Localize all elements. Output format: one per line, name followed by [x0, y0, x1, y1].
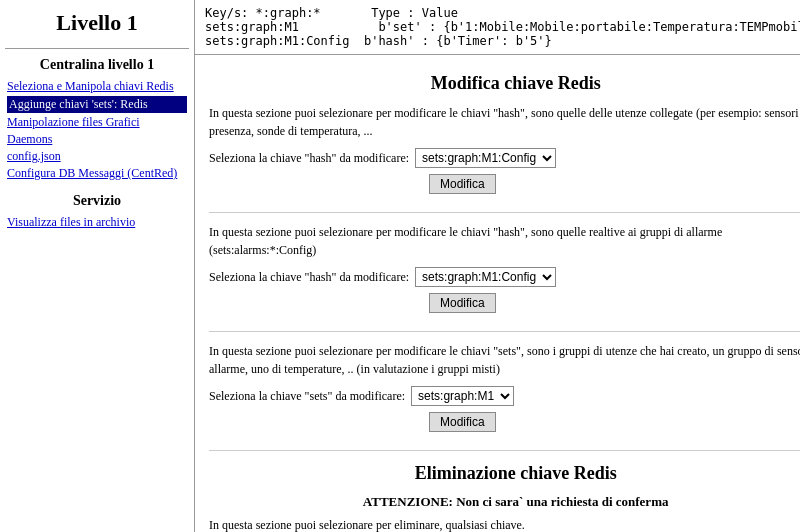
sidebar-divider1 — [5, 48, 189, 49]
sidebar-link-daemons[interactable]: Daemons — [7, 132, 187, 147]
sep3 — [209, 450, 800, 451]
sep1 — [209, 212, 800, 213]
main-sections: Modifica chiave Redis In questa sezione … — [195, 55, 800, 532]
desc3: In questa sezione puoi selezionare per m… — [209, 342, 800, 378]
modifica-btn3[interactable]: Modifica — [429, 412, 496, 432]
sidebar-link-manip-files[interactable]: Manipolazione files Grafici — [7, 115, 187, 130]
section-modifica-hash2: In questa sezione puoi selezionare per m… — [209, 223, 800, 313]
field-row2: Seleziona la chiave "hash" da modificare… — [209, 267, 800, 287]
key-line2: sets:graph:M1 b'set' : {b'1:Mobile:Mobil… — [205, 20, 800, 34]
btn-row2: Modifica — [209, 293, 800, 313]
desc2: In questa sezione puoi selezionare per m… — [209, 223, 800, 259]
label2: Seleziona la chiave "hash" da modificare… — [209, 270, 409, 285]
desc1: In questa sezione puoi selezionare per m… — [209, 104, 800, 140]
warning-text: ATTENZIONE: Non ci sara` una richiesta d… — [209, 494, 800, 510]
label1: Seleziona la chiave "hash" da modificare… — [209, 151, 409, 166]
service-link-visualizza-files[interactable]: Visualizza files in archivio — [7, 215, 187, 230]
service-links: Visualizza files in archivio — [5, 215, 189, 230]
section-modifica-hash1: Modifica chiave Redis In questa sezione … — [209, 73, 800, 194]
sidebar-section1-title: Centralina livello 1 — [5, 57, 189, 73]
section-title1: Modifica chiave Redis — [209, 73, 800, 94]
section-eliminazione: Eliminazione chiave Redis ATTENZIONE: No… — [209, 463, 800, 532]
sidebar-link-aggiunge-sets[interactable]: Aggiunge chiavi 'sets': Redis — [7, 96, 187, 113]
select-hash1[interactable]: sets:graph:M1:Config — [415, 148, 556, 168]
sidebar-links: Seleziona e Manipola chiavi RedisAggiung… — [5, 79, 189, 181]
field-row1: Seleziona la chiave "hash" da modificare… — [209, 148, 800, 168]
select-sets[interactable]: sets:graph:M1 — [411, 386, 514, 406]
key-line1: Key/s: *:graph:* Type : Value — [205, 6, 800, 20]
main-content: Key/s: *:graph:* Type : Value sets:graph… — [195, 0, 800, 532]
section-title2: Eliminazione chiave Redis — [209, 463, 800, 484]
sep2 — [209, 331, 800, 332]
field-row3: Seleziona la chiave "sets" da modificare… — [209, 386, 800, 406]
label3: Seleziona la chiave "sets" da modificare… — [209, 389, 405, 404]
sidebar-link-sel-manipola[interactable]: Seleziona e Manipola chiavi Redis — [7, 79, 187, 94]
sidebar-title: Livello 1 — [5, 10, 189, 36]
sidebar-section2-title: Servizio — [5, 193, 189, 209]
btn-row3: Modifica — [209, 412, 800, 432]
sidebar-link-configura-db[interactable]: Configura DB Messaggi (CentRed) — [7, 166, 187, 181]
modifica-btn1[interactable]: Modifica — [429, 174, 496, 194]
sidebar-link-config-json[interactable]: config.json — [7, 149, 187, 164]
sidebar: Livello 1 Centralina livello 1 Seleziona… — [0, 0, 195, 532]
select-hash2[interactable]: sets:graph:M1:Config — [415, 267, 556, 287]
elim-desc: In questa sezione puoi selezionare per e… — [209, 518, 800, 532]
key-info: Key/s: *:graph:* Type : Value sets:graph… — [195, 0, 800, 55]
key-line3: sets:graph:M1:Config b'hash' : {b'Timer'… — [205, 34, 800, 48]
btn-row1: Modifica — [209, 174, 800, 194]
section-modifica-sets: In questa sezione puoi selezionare per m… — [209, 342, 800, 432]
modifica-btn2[interactable]: Modifica — [429, 293, 496, 313]
